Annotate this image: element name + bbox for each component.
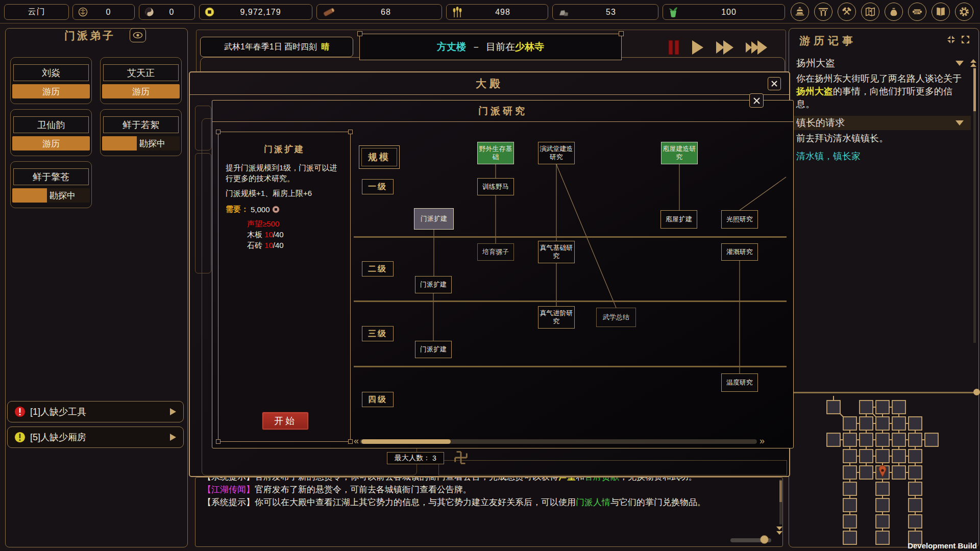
character-location-bar[interactable]: 方丈楼 － 目前在 少林寺 [359,34,622,60]
tree-scroll-right-icon[interactable]: » [760,435,765,445]
log-scroll-down-icon[interactable] [776,531,782,535]
chevron-down-icon[interactable] [955,61,964,66]
fastest-forward-button[interactable] [745,40,768,55]
research-node[interactable]: 门派扩建 [414,208,454,230]
stone-icon [558,7,569,17]
menu-gate-button[interactable] [814,3,832,21]
quest-location-link[interactable]: 清水镇，镇长家 [789,150,971,168]
resource-coin[interactable]: 9,972,179 [199,4,312,20]
coin-icon [205,7,214,17]
minimap-room [827,400,840,414]
requirement-material: 木板 10/40 [247,229,350,240]
fast-forward-button[interactable] [716,40,734,55]
resource-wheat[interactable]: 498 [446,4,548,20]
research-close-button[interactable] [749,93,764,108]
quest-header[interactable]: 镇长的请求 [789,116,971,130]
research-modal-title: 门派研究 [212,101,793,122]
research-node[interactable]: 野外生存基础 [477,142,514,164]
journal-scroll-up-icon[interactable] [970,63,976,67]
log-scroll-down-icon[interactable] [776,527,782,530]
research-node[interactable]: 武学总结 [596,308,636,327]
minimap-room [860,466,873,479]
requirement-material: 石砖 10/40 [247,240,350,251]
chevron-right-icon [169,407,177,416]
resource-yinyang[interactable]: 0 [139,4,195,20]
quest-header[interactable]: 扬州大盗 [789,56,971,70]
wood-icon [322,7,335,17]
research-node[interactable]: 光照研究 [721,210,758,229]
disciple-card[interactable]: 艾天正游历 [100,57,182,104]
disciple-status[interactable]: 游历 [12,136,90,151]
menu-pouch-button[interactable] [885,3,903,21]
material-have: 10 [264,230,273,239]
menu-tools-button[interactable] [838,3,856,21]
disciple-status[interactable]: 勘探中 [12,188,90,203]
disciple-status[interactable]: 游历 [12,84,90,98]
corner-ornament [216,439,220,444]
disciple-card[interactable]: 鲜于擎苍勘探中 [10,161,92,208]
journal-scroll-up-icon[interactable] [970,59,976,63]
sect-name-box[interactable]: 云门 [4,4,69,20]
journal-scrollbar-thumb[interactable] [973,68,976,111]
start-research-button[interactable]: 开始 [262,412,309,430]
research-node[interactable]: 温度研究 [721,373,758,392]
location-name[interactable]: 少林寺 [515,40,544,54]
research-node[interactable]: 庖屋扩建 [660,210,697,229]
menu-sect-button[interactable] [791,3,809,21]
minimap[interactable] [789,394,979,547]
disciple-card[interactable]: 鲜于若絮勘探中 [100,109,182,156]
copper-coin-icon [272,206,280,213]
disciple-status[interactable]: 勘探中 [102,136,180,151]
minimap-room [843,417,856,430]
menu-scroll-button[interactable] [908,3,926,21]
research-node[interactable]: 训练野马 [477,178,514,195]
chevron-down-icon[interactable] [955,120,964,126]
disciple-status[interactable]: 游历 [102,84,180,98]
research-node[interactable]: 门派扩建 [415,276,452,293]
tree-scroll-left-icon[interactable]: « [354,435,359,445]
research-node[interactable]: 庖屋建造研究 [661,142,698,164]
research-node[interactable]: 真气基础研究 [538,241,575,263]
research-node[interactable]: 演武堂建造研究 [538,142,575,164]
visibility-toggle-button[interactable] [130,28,146,42]
resource-stone[interactable]: 53 [552,4,658,20]
research-node[interactable]: 真气进阶研究 [538,306,575,329]
disciple-name: 卫仙韵 [13,116,89,133]
need-label: 需要： [226,205,249,214]
pause-button[interactable] [668,40,680,55]
disciple-name: 刘焱 [13,64,89,81]
research-node[interactable]: 培育骡子 [477,243,514,261]
research-node[interactable]: 门派扩建 [415,341,452,358]
weather: 晴 [321,42,329,53]
resource-reputation[interactable]: 0 [72,4,135,20]
menu-settings-button[interactable] [955,3,973,21]
resource-vegetable[interactable]: 100 [663,4,785,20]
menu-map-button[interactable] [861,3,879,21]
alert-error[interactable]: [1]人缺少工具 [7,401,184,422]
corner-ornament [216,130,220,134]
log-opacity-slider-knob[interactable] [760,535,769,544]
tree-scrollbar-thumb[interactable] [361,439,451,444]
main-hall-close-button[interactable] [768,77,781,90]
alert-label: [1]人缺少工具 [30,406,169,418]
minimap-room [909,515,922,528]
max-people-box: 最大人数： 3 [387,452,444,464]
collapse-panel-icon[interactable] [946,35,956,44]
disciple-name: 鲜于若絮 [103,116,179,133]
resource-wood[interactable]: 68 [316,4,442,20]
alert-warning[interactable]: [5]人缺少厢房 [7,427,184,448]
play-button[interactable] [691,40,704,55]
research-node[interactable]: 灌溉研究 [721,243,758,261]
quest-body: 你在扬州东大街听见了两名路人谈论关于扬州大盗的事情，向他们打听更多的信息。 [789,70,971,116]
character-name[interactable]: 方丈楼 [437,40,466,54]
log-scrollbar-thumb[interactable] [779,481,782,502]
gate-icon [818,6,829,17]
disciple-card[interactable]: 卫仙韵游历 [10,109,92,156]
minimap-room [860,449,873,463]
game-screen: 云门 009,972,1796849853100 武林1年春季1日 酉时四刻 晴… [0,0,980,551]
alert-label: [5]人缺少厢房 [30,431,169,443]
disciple-card[interactable]: 刘焱游历 [10,57,92,104]
requirement-reputation: 声望≥500 [247,218,350,229]
expand-panel-icon[interactable] [961,35,970,44]
menu-book-button[interactable] [932,3,950,21]
